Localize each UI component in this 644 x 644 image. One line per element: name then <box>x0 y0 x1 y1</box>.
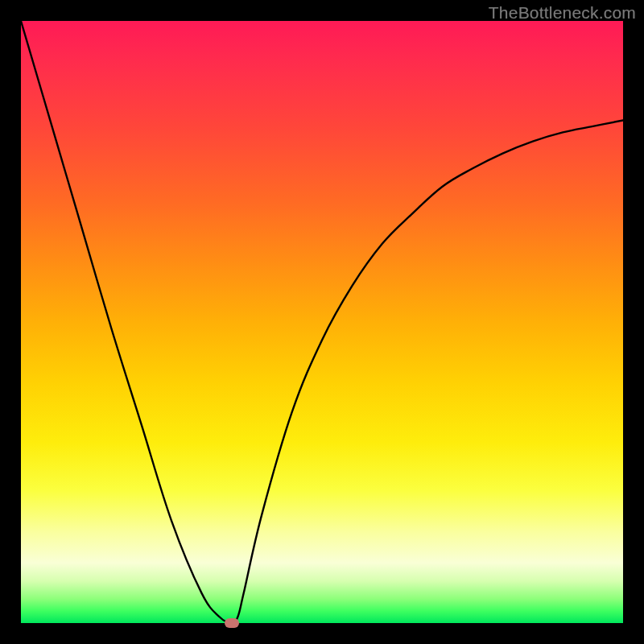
watermark-label: TheBottleneck.com <box>489 3 636 23</box>
chart-frame <box>21 21 623 623</box>
chart-curve-svg <box>21 21 623 623</box>
curve-marker <box>225 618 239 628</box>
bottleneck-curve <box>21 21 623 623</box>
